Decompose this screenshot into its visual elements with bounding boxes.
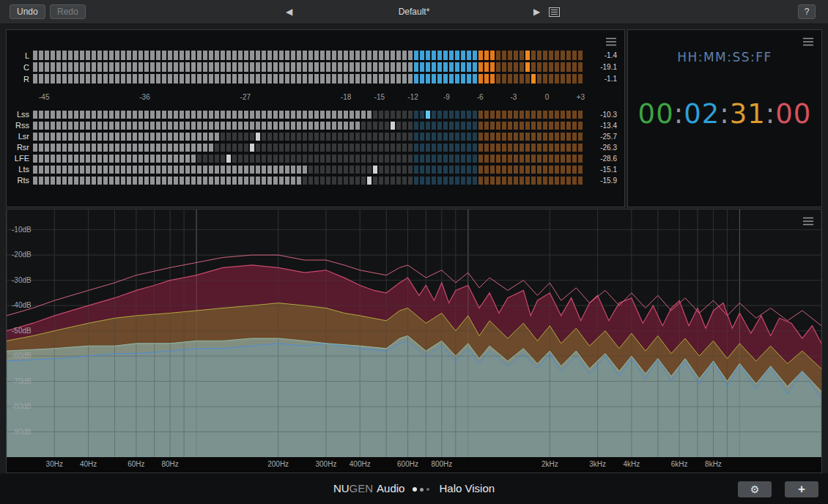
meter-segment [103, 111, 108, 119]
meter-segment [303, 177, 307, 185]
preset-prev-icon[interactable]: ◀ [286, 7, 292, 17]
meter-segment [402, 177, 407, 185]
meter-segment [520, 51, 524, 60]
meter-segment [496, 62, 500, 72]
meter-segment [103, 166, 108, 174]
meter-segment [531, 74, 536, 84]
meter-segment [121, 111, 125, 119]
meter-segment [238, 62, 243, 72]
meter-segment [396, 144, 401, 152]
meter-segment [92, 177, 96, 185]
redo-button[interactable]: Redo [50, 4, 86, 19]
meter-bar [33, 74, 586, 84]
meter-segment [361, 122, 366, 130]
meter-segment [367, 133, 372, 141]
meter-segment [549, 122, 553, 130]
meter-segment [379, 133, 383, 141]
meter-segment [484, 74, 489, 84]
gear-icon: ⚙ [750, 483, 760, 495]
meter-segment [326, 111, 330, 119]
meter-segment [396, 74, 401, 84]
timecode-format: HH:MM:SS:FF [628, 50, 821, 64]
meter-label: LFE [14, 154, 33, 163]
meter-segment [215, 177, 219, 185]
meter-segment [303, 111, 307, 119]
meter-segment [285, 177, 289, 185]
meter-value: -25.7 [586, 133, 617, 141]
meter-segment [326, 177, 330, 185]
meter-segment [561, 51, 565, 60]
meter-segment [426, 122, 430, 130]
meter-segment [496, 51, 500, 60]
meter-segment [467, 62, 471, 72]
undo-button[interactable]: Undo [10, 4, 45, 19]
meter-segment [314, 74, 319, 84]
meter-segment [39, 51, 43, 60]
meter-segment [56, 155, 61, 163]
meter-segment [332, 144, 336, 152]
meter-segment [68, 111, 73, 119]
meter-segment [80, 51, 84, 60]
meter-segment [379, 74, 383, 84]
meter-segment [185, 62, 190, 72]
meter-segment [314, 177, 319, 185]
meter-segment [185, 166, 190, 174]
meter-segment [92, 133, 96, 141]
meter-segment [144, 177, 149, 185]
meter-segment [572, 74, 577, 84]
meter-segment [490, 177, 495, 185]
spectrum-panel-menu-icon[interactable] [802, 215, 814, 229]
meter-segment [549, 155, 553, 163]
meter-segment [203, 51, 207, 60]
meter-segment [391, 74, 395, 84]
meter-segment [86, 166, 90, 174]
preset-next-icon[interactable]: ▶ [533, 7, 540, 17]
timecode-panel-menu-icon[interactable] [802, 36, 814, 49]
settings-button[interactable]: ⚙ [738, 481, 772, 497]
meter-segment [578, 133, 583, 141]
meter-segment [180, 144, 184, 152]
meter-segment [56, 166, 61, 174]
preset-list-icon[interactable] [549, 7, 560, 20]
meter-segment [279, 74, 284, 84]
top-meters: L-1.4C-19.1R-1.1 [14, 51, 617, 84]
meter-segment [338, 177, 342, 185]
meters-panel-menu-icon[interactable] [605, 36, 617, 49]
meter-segment [385, 144, 389, 152]
meter-segment [426, 155, 430, 163]
meter-segment [168, 111, 172, 119]
meter-segment [68, 51, 73, 60]
spectrum-x-tick: 6kHz [671, 460, 688, 468]
add-panel-button[interactable]: + [785, 481, 818, 497]
meter-segment [121, 177, 125, 185]
meter-segment [426, 62, 430, 72]
meter-label: Rss [14, 121, 33, 130]
meter-segment [127, 133, 131, 141]
preset-name[interactable]: Default* [344, 7, 484, 17]
meter-segment [209, 155, 213, 163]
meter-segment [285, 111, 289, 119]
meter-segment [391, 133, 395, 141]
meter-segment [45, 74, 49, 84]
meter-segment [127, 166, 131, 174]
meter-segment [543, 111, 547, 119]
meter-segment [525, 74, 530, 84]
help-button[interactable]: ? [798, 4, 816, 19]
meter-segment [484, 144, 489, 152]
meter-row: Rts-15.9 [14, 176, 617, 185]
meter-segment [437, 62, 442, 72]
meter-segment [355, 62, 360, 72]
meter-segment [103, 155, 108, 163]
meter-segment [51, 62, 55, 72]
spectrum-x-tick: 80Hz [161, 460, 178, 468]
meter-segment [162, 62, 166, 72]
meter-segment [162, 144, 166, 152]
meter-segment [514, 155, 518, 163]
meter-scale-tick: -9 [443, 93, 450, 101]
meter-segment [508, 62, 512, 72]
meter-segment [56, 74, 61, 84]
meter-segment [379, 144, 383, 152]
meter-segment [355, 166, 360, 174]
meter-segment [226, 177, 231, 185]
meter-segment [467, 177, 471, 185]
